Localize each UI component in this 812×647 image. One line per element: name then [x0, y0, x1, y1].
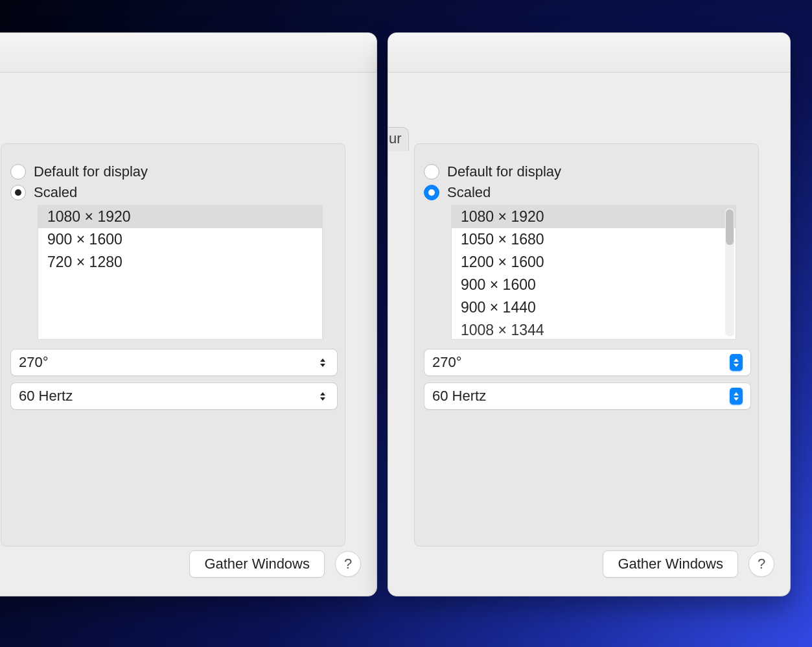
- titlebar: [0, 33, 377, 73]
- chevron-updown-icon: [316, 388, 329, 405]
- radio-default-label: Default for display: [34, 163, 148, 180]
- help-button[interactable]: ?: [748, 551, 774, 577]
- chevron-updown-icon: [316, 354, 329, 371]
- rotation-dropdown[interactable]: 270°: [424, 349, 751, 376]
- tab-stub-label: ur: [389, 130, 402, 147]
- gather-windows-button[interactable]: Gather Windows: [603, 550, 738, 578]
- gather-windows-label: Gather Windows: [204, 556, 310, 572]
- refresh-rate-dropdown[interactable]: 60 Hertz: [10, 382, 338, 410]
- resolution-option[interactable]: 900 × 1600: [38, 228, 322, 251]
- titlebar: [388, 33, 790, 73]
- resolution-option[interactable]: 1080 × 1920: [38, 206, 322, 228]
- help-button[interactable]: ?: [335, 551, 361, 577]
- resolution-list[interactable]: 1080 × 1920 900 × 1600 720 × 1280: [38, 205, 323, 340]
- radio-scaled[interactable]: [10, 185, 26, 200]
- scrollbar-thumb[interactable]: [726, 209, 734, 245]
- resolution-option[interactable]: 1050 × 1680: [452, 228, 736, 251]
- radio-scaled-label: Scaled: [34, 184, 77, 201]
- chevron-updown-icon: [730, 388, 743, 405]
- resolution-list[interactable]: 1080 × 1920 1050 × 1680 1200 × 1600 900 …: [451, 205, 736, 340]
- resolution-option[interactable]: 900 × 1440: [452, 296, 736, 319]
- resolution-option[interactable]: 900 × 1600: [452, 274, 736, 296]
- resolution-option[interactable]: 1080 × 1920: [452, 206, 736, 228]
- refresh-rate-value: 60 Hertz: [432, 388, 486, 405]
- refresh-rate-value: 60 Hertz: [19, 388, 73, 405]
- display-settings-window-left: ur Default for display Scaled 1080 × 192…: [0, 32, 377, 596]
- resolution-option[interactable]: 1008 × 1344: [452, 319, 736, 340]
- scrollbar[interactable]: [725, 208, 734, 336]
- resolution-option[interactable]: 720 × 1280: [38, 251, 322, 274]
- radio-scaled-label: Scaled: [447, 184, 491, 201]
- gather-windows-button[interactable]: Gather Windows: [189, 550, 325, 578]
- gather-windows-label: Gather Windows: [618, 556, 723, 572]
- resolution-option[interactable]: 1200 × 1600: [452, 251, 736, 274]
- resolution-controls: Default for display Scaled 1080 × 1920 9…: [10, 159, 338, 410]
- radio-default-label: Default for display: [447, 163, 561, 180]
- radio-scaled[interactable]: [424, 185, 439, 200]
- rotation-value: 270°: [19, 354, 49, 371]
- radio-default-for-display[interactable]: [424, 164, 439, 180]
- display-settings-window-right: ur Default for display Scaled 1080 × 192…: [388, 32, 791, 596]
- refresh-rate-dropdown[interactable]: 60 Hertz: [424, 382, 751, 410]
- help-label: ?: [344, 556, 352, 572]
- chevron-updown-icon: [730, 354, 743, 371]
- radio-default-for-display[interactable]: [10, 164, 26, 180]
- tab-stub[interactable]: ur: [388, 127, 409, 151]
- help-label: ?: [758, 556, 765, 572]
- rotation-value: 270°: [432, 354, 462, 371]
- resolution-controls: Default for display Scaled 1080 × 1920 1…: [424, 159, 751, 410]
- rotation-dropdown[interactable]: 270°: [10, 349, 338, 376]
